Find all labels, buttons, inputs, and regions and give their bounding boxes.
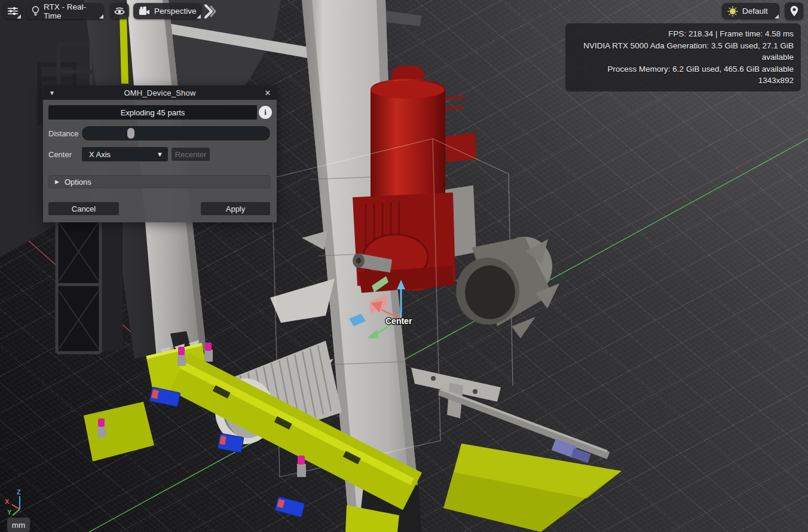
axis-triad: Z X Y xyxy=(5,488,21,516)
lighting-selector[interactable]: Default xyxy=(722,3,779,19)
camera-label: Perspective xyxy=(154,7,197,16)
center-axis-value: X Axis xyxy=(82,150,157,159)
axis-z-label: Z xyxy=(17,488,21,496)
dialog-title: OMH_Device_Show xyxy=(61,88,259,97)
camera-selector[interactable]: Perspective xyxy=(133,3,201,19)
dialog-header[interactable]: ▼ OMH_Device_Show ✕ xyxy=(43,85,277,100)
center-label: Center xyxy=(48,150,72,159)
unit-badge: mm xyxy=(7,518,30,532)
unit-label: mm xyxy=(12,521,26,530)
axis-x-label: X xyxy=(5,498,10,505)
visibility-button[interactable] xyxy=(110,3,129,19)
stats-resolution: 1343x892 xyxy=(573,75,794,87)
center-axis-dropdown[interactable]: X Axis ▼ xyxy=(82,147,168,161)
options-expander[interactable]: ▶ Options xyxy=(48,175,270,188)
red-motor-assembly[interactable] xyxy=(353,66,476,293)
expand-triangle-icon: ▶ xyxy=(55,179,59,185)
close-icon[interactable]: ✕ xyxy=(259,88,277,97)
location-pin-icon xyxy=(790,5,798,17)
recenter-button[interactable]: Recenter xyxy=(172,148,210,161)
stats-process-memory: Process Memory: 6.2 GiB used, 465.6 GiB … xyxy=(573,63,794,75)
viewport-settings-button[interactable] xyxy=(4,3,22,19)
info-icon[interactable]: i xyxy=(259,106,272,119)
chevron-down-icon: ▼ xyxy=(157,151,168,158)
options-label: Options xyxy=(65,178,91,186)
omniverse-viewport[interactable]: Center Z X Y RTX - Real-Time xyxy=(0,0,808,532)
stats-fps: FPS: 218.34 | Frame time: 4.58 ms xyxy=(573,28,794,40)
bracket-arm[interactable] xyxy=(411,368,608,463)
sun-icon xyxy=(727,6,738,17)
renderer-selector[interactable]: RTX - Real-Time xyxy=(26,3,104,19)
chevrons-right-icon xyxy=(203,4,216,19)
lighting-label: Default xyxy=(742,7,768,16)
explode-status-field: Exploding 45 parts xyxy=(48,105,257,120)
performance-stats-panel: FPS: 218.34 | Frame time: 4.58 ms NVIDIA… xyxy=(565,23,801,91)
renderer-label: RTX - Real-Time xyxy=(44,2,99,20)
explode-dialog: ▼ OMH_Device_Show ✕ Exploding 45 parts i… xyxy=(43,85,277,222)
explode-status-text: Exploding 45 parts xyxy=(121,108,185,117)
gizmo-center-label: Center xyxy=(385,316,412,326)
mesh-frame[interactable] xyxy=(57,216,123,353)
apply-button[interactable]: Apply xyxy=(201,202,270,215)
distance-label: Distance xyxy=(48,129,79,138)
toolbar-expand-button[interactable] xyxy=(203,4,216,19)
waypoint-button[interactable] xyxy=(785,2,803,20)
distance-slider-handle[interactable] xyxy=(127,128,134,139)
stats-gpu-memory: NVIDIA RTX 5000 Ada Generation: 3.5 GiB … xyxy=(573,40,794,63)
collapse-triangle-icon[interactable]: ▼ xyxy=(43,90,61,96)
sliders-icon xyxy=(8,7,18,16)
distance-slider[interactable] xyxy=(82,126,270,140)
axis-y-label: Y xyxy=(7,509,12,516)
eye-icon xyxy=(114,7,126,16)
cancel-button[interactable]: Cancel xyxy=(48,202,119,215)
lightbulb-icon xyxy=(32,6,39,16)
camera-icon xyxy=(139,7,150,16)
